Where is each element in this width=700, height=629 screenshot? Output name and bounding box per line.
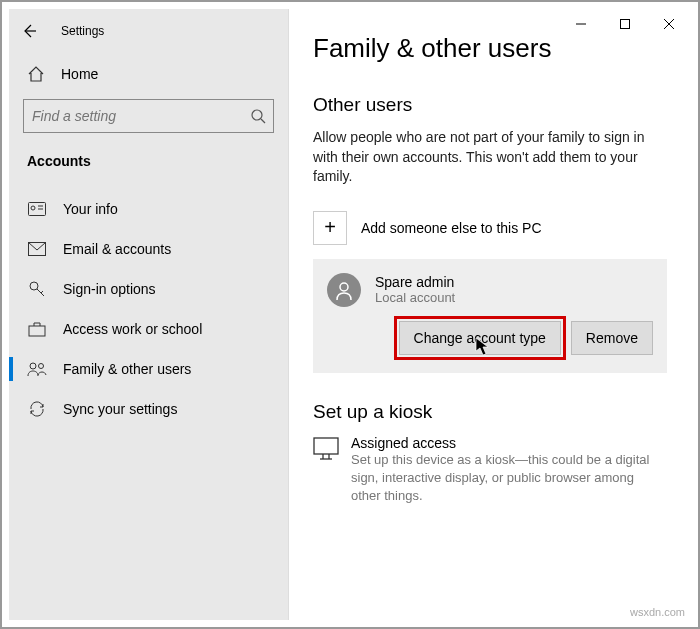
svg-line-13 (37, 289, 44, 296)
maximize-button[interactable] (603, 9, 647, 39)
other-users-description: Allow people who are not part of your fa… (313, 128, 667, 187)
nav-signin-options[interactable]: Sign-in options (9, 269, 288, 309)
assigned-access-description: Set up this device as a kiosk—this could… (351, 451, 667, 506)
nav-label: Family & other users (63, 361, 191, 377)
add-user-label: Add someone else to this PC (361, 220, 542, 236)
svg-point-5 (252, 110, 262, 120)
svg-rect-19 (314, 438, 338, 454)
people-icon (27, 359, 47, 379)
svg-rect-1 (621, 20, 630, 29)
nav-email-accounts[interactable]: Email & accounts (9, 229, 288, 269)
back-button[interactable] (17, 19, 41, 43)
key-icon (27, 279, 47, 299)
nav-category: Accounts (9, 149, 288, 189)
monitor-icon (313, 435, 339, 461)
nav-label: Access work or school (63, 321, 202, 337)
assigned-access-row[interactable]: Assigned access Set up this device as a … (313, 435, 667, 506)
minimize-button[interactable] (559, 9, 603, 39)
nav-label: Your info (63, 201, 118, 217)
close-button[interactable] (647, 9, 691, 39)
nav-label: Email & accounts (63, 241, 171, 257)
nav-sync-settings[interactable]: Sync your settings (9, 389, 288, 429)
nav-your-info[interactable]: Your info (9, 189, 288, 229)
assigned-access-title: Assigned access (351, 435, 667, 451)
watermark: wsxdn.com (630, 606, 685, 618)
user-name: Spare admin (375, 274, 455, 290)
sync-icon (27, 399, 47, 419)
svg-line-6 (261, 119, 265, 123)
svg-line-14 (41, 291, 43, 293)
section-other-users: Other users (313, 94, 667, 116)
nav-access-work-school[interactable]: Access work or school (9, 309, 288, 349)
nav-label: Sign-in options (63, 281, 156, 297)
section-kiosk: Set up a kiosk (313, 401, 667, 423)
briefcase-icon (27, 319, 47, 339)
nav-home-label: Home (61, 66, 98, 82)
remove-button[interactable]: Remove (571, 321, 653, 355)
svg-point-17 (39, 364, 44, 369)
settings-window: Settings Home Accounts Your info E (9, 9, 691, 620)
cursor-icon (475, 337, 493, 357)
mail-icon (27, 239, 47, 259)
svg-rect-15 (29, 326, 45, 336)
add-user-button[interactable]: + Add someone else to this PC (313, 205, 667, 259)
window-title: Settings (61, 24, 104, 38)
window-controls (559, 9, 691, 39)
search-icon (243, 108, 273, 124)
user-card[interactable]: Spare admin Local account Change account… (313, 259, 667, 373)
nav-home[interactable]: Home (9, 45, 288, 91)
plus-icon: + (313, 211, 347, 245)
search-input[interactable] (24, 108, 243, 124)
content-pane: Family & other users Other users Allow p… (289, 9, 691, 620)
search-box[interactable] (23, 99, 274, 133)
avatar-icon (327, 273, 361, 307)
svg-point-8 (31, 206, 35, 210)
badge-icon (27, 199, 47, 219)
svg-point-12 (30, 282, 38, 290)
nav-family-other-users[interactable]: Family & other users (9, 349, 288, 389)
svg-point-18 (340, 283, 348, 291)
svg-point-16 (30, 363, 36, 369)
sidebar: Settings Home Accounts Your info E (9, 9, 289, 620)
nav-label: Sync your settings (63, 401, 177, 417)
home-icon (27, 65, 45, 83)
user-type: Local account (375, 290, 455, 305)
